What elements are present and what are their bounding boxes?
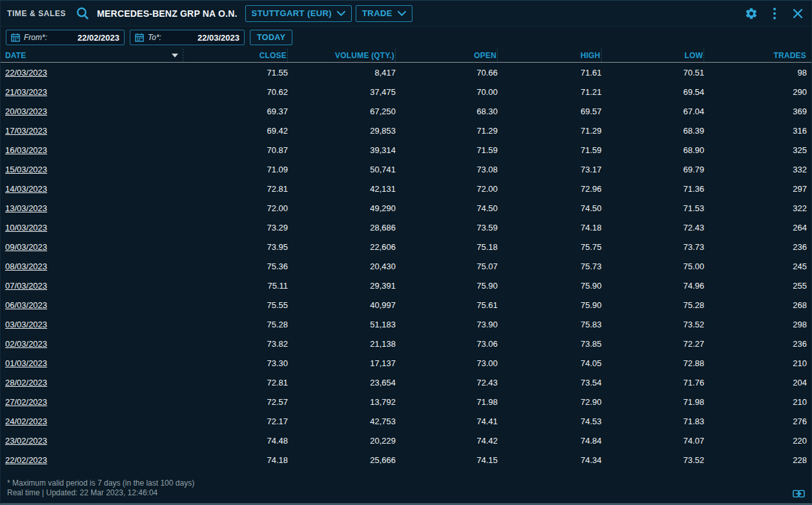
table-row[interactable]: 09/03/202373.9522,60675.1875.7573.73236 xyxy=(5,237,806,256)
table-row[interactable]: 07/03/202375.1129,39175.9075.9074.96255 xyxy=(5,276,806,295)
from-date-label: From*: xyxy=(24,33,47,42)
date-link[interactable]: 21/03/2023 xyxy=(5,87,47,97)
close-button[interactable] xyxy=(791,6,805,21)
cell-open: 74.42 xyxy=(396,436,498,446)
table-row[interactable]: 24/02/202372.1742,75374.4174.5371.83276 xyxy=(5,411,806,431)
table-row[interactable]: 22/03/202371.558,41770.6671.6170.5198 xyxy=(5,63,806,82)
column-header-trades[interactable]: TRADES xyxy=(704,48,807,62)
column-header-close[interactable]: CLOSE xyxy=(183,48,288,62)
cell-low: 71.36 xyxy=(602,184,704,194)
cell-volume: 51,183 xyxy=(288,320,396,329)
cell-low: 75.00 xyxy=(602,262,704,271)
cell-high: 75.73 xyxy=(498,262,602,271)
from-date-field[interactable]: From*: xyxy=(6,30,125,45)
date-link[interactable]: 24/02/2023 xyxy=(5,417,47,426)
cell-open: 73.06 xyxy=(396,339,498,349)
date-link[interactable]: 07/03/2023 xyxy=(5,281,47,291)
date-link[interactable]: 10/03/2023 xyxy=(5,223,47,232)
date-link[interactable]: 13/03/2023 xyxy=(5,203,47,213)
cell-low: 69.79 xyxy=(602,165,704,174)
date-link[interactable]: 22/02/2023 xyxy=(5,455,47,465)
date-link[interactable]: 28/02/2023 xyxy=(5,378,47,387)
table-row[interactable]: 27/02/202372.5713,79271.9872.9071.98210 xyxy=(5,392,806,411)
column-header-open[interactable]: OPEN xyxy=(396,48,498,62)
column-header-low[interactable]: LOW xyxy=(602,48,704,62)
cell-open: 70.66 xyxy=(396,68,498,77)
table-row[interactable]: 03/03/202375.2851,18373.9075.8373.52298 xyxy=(5,314,806,334)
cell-close: 72.00 xyxy=(183,203,288,213)
date-link[interactable]: 14/03/2023 xyxy=(5,184,47,194)
cell-close: 74.18 xyxy=(183,455,288,465)
search-button[interactable] xyxy=(75,6,90,21)
cell-high: 74.18 xyxy=(498,223,602,232)
cell-close: 70.62 xyxy=(183,87,288,97)
table-row[interactable]: 15/03/202371.0950,74173.0873.1769.79332 xyxy=(5,160,806,179)
table-row[interactable]: 02/03/202373.8221,13873.0673.8572.27236 xyxy=(5,334,806,353)
cell-open: 73.08 xyxy=(396,165,498,174)
date-link[interactable]: 01/03/2023 xyxy=(5,358,47,368)
link-channel-icon xyxy=(793,490,805,498)
more-options-button[interactable] xyxy=(767,6,782,21)
table-row[interactable]: 08/03/202375.3620,43075.0775.7375.00245 xyxy=(5,256,806,276)
calendar-icon[interactable] xyxy=(11,33,20,42)
table-row[interactable]: 21/03/202370.6237,47570.0071.2169.54290 xyxy=(5,82,806,101)
to-date-label: To*: xyxy=(148,33,161,42)
date-link[interactable]: 27/02/2023 xyxy=(5,397,47,407)
cell-high: 69.57 xyxy=(498,107,602,116)
date-link[interactable]: 16/03/2023 xyxy=(5,145,47,155)
table-row[interactable]: 22/02/202374.1825,66674.1574.3473.52228 xyxy=(5,450,806,469)
to-date-input[interactable] xyxy=(165,33,239,43)
date-link[interactable]: 22/03/2023 xyxy=(5,68,47,77)
table-body: 22/03/202371.558,41770.6671.6170.519821/… xyxy=(1,63,811,469)
table-row[interactable]: 28/02/202372.8123,65472.4373.5471.76204 xyxy=(5,373,806,392)
column-header-volume[interactable]: VOLUME (QTY.) xyxy=(288,48,396,62)
date-link[interactable]: 15/03/2023 xyxy=(5,165,47,174)
calendar-icon[interactable] xyxy=(135,33,144,42)
cell-close: 71.09 xyxy=(183,165,288,174)
cell-high: 74.53 xyxy=(498,417,602,426)
cell-low: 71.98 xyxy=(602,397,704,407)
date-link[interactable]: 08/03/2023 xyxy=(5,262,47,271)
date-link[interactable]: 09/03/2023 xyxy=(5,242,47,252)
link-channel-button[interactable] xyxy=(793,490,805,498)
trade-dropdown[interactable]: TRADE xyxy=(356,5,412,22)
cell-low: 68.90 xyxy=(602,145,704,155)
table-row[interactable]: 01/03/202373.3017,13773.0074.0572.88210 xyxy=(5,353,806,373)
settings-button[interactable] xyxy=(744,6,758,21)
table-row[interactable]: 16/03/202370.8739,31471.5971.5968.90325 xyxy=(5,140,806,160)
table-row[interactable]: 13/03/202372.0049,29074.5074.5071.53322 xyxy=(5,198,806,218)
date-link[interactable]: 23/02/2023 xyxy=(5,436,47,446)
to-date-field[interactable]: To*: xyxy=(130,30,245,45)
cell-close: 69.37 xyxy=(183,107,288,116)
table-row[interactable]: 23/02/202374.4820,22974.4274.8474.07220 xyxy=(5,431,806,450)
cell-low: 73.73 xyxy=(602,242,704,252)
cell-low: 71.76 xyxy=(602,378,704,387)
date-link[interactable]: 02/03/2023 xyxy=(5,339,47,349)
cell-volume: 29,391 xyxy=(288,281,396,291)
cell-low: 74.96 xyxy=(602,281,704,291)
column-header-date[interactable]: DATE xyxy=(5,48,183,62)
table-row[interactable]: 17/03/202369.4229,85371.2971.2968.39316 xyxy=(5,121,806,140)
date-link[interactable]: 03/03/2023 xyxy=(5,320,47,329)
cell-low: 72.88 xyxy=(602,358,704,368)
today-button[interactable]: TODAY xyxy=(250,30,292,45)
table-row[interactable]: 14/03/202372.8142,13172.0072.9671.36297 xyxy=(5,179,806,198)
cell-trades: 210 xyxy=(704,397,807,407)
cell-trades: 290 xyxy=(704,87,807,97)
date-link[interactable]: 06/03/2023 xyxy=(5,300,47,310)
date-link[interactable]: 20/03/2023 xyxy=(5,107,47,116)
cell-open: 75.18 xyxy=(396,242,498,252)
cell-open: 74.41 xyxy=(396,417,498,426)
table-row[interactable]: 06/03/202375.5540,99775.6175.9075.28268 xyxy=(5,295,806,314)
cell-close: 73.29 xyxy=(183,223,288,232)
from-date-input[interactable] xyxy=(51,33,119,43)
table-row[interactable]: 20/03/202369.3767,25068.3069.5767.04369 xyxy=(5,101,806,121)
instrument-name[interactable]: MERCEDES-BENZ GRP NA O.N. xyxy=(97,8,237,19)
venue-dropdown[interactable]: STUTTGART (EUR) xyxy=(245,5,352,22)
date-link[interactable]: 17/03/2023 xyxy=(5,126,47,136)
cell-low: 72.43 xyxy=(602,223,704,232)
cell-high: 75.83 xyxy=(498,320,602,329)
table-row[interactable]: 10/03/202373.2928,68673.5974.1872.43264 xyxy=(5,218,806,237)
column-header-high[interactable]: HIGH xyxy=(498,48,602,62)
cell-trades: 297 xyxy=(704,184,807,194)
